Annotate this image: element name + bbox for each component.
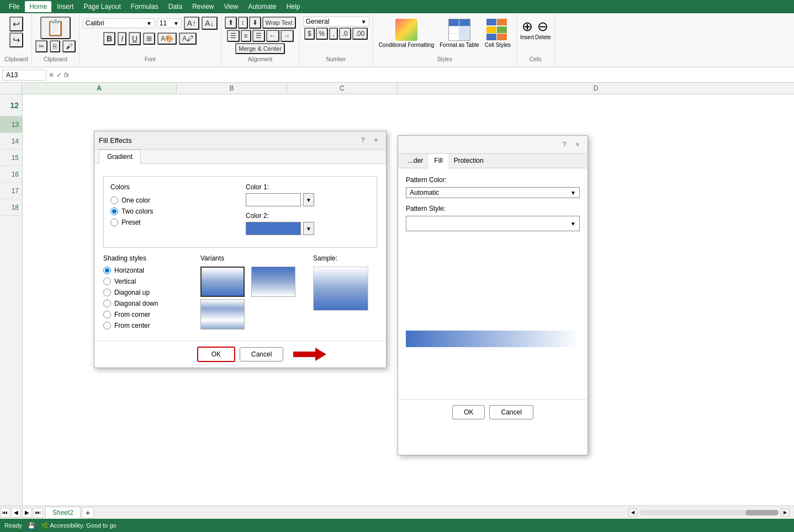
color1-box[interactable] [246, 193, 301, 206]
tab-protection[interactable]: Protection [448, 154, 489, 168]
preset-option[interactable]: Preset [110, 219, 235, 226]
menu-page-layout[interactable]: Page Layout [79, 1, 125, 12]
diagonal-down-option[interactable]: Diagonal down [103, 300, 192, 307]
increase-indent-button[interactable]: → [280, 30, 294, 42]
increase-decimal-button[interactable]: .0 [339, 28, 351, 40]
redo-button[interactable]: ↪ [9, 33, 23, 47]
format-cells-close-button[interactable]: × [572, 139, 583, 150]
accounting-button[interactable]: $ [304, 28, 315, 40]
font-color-button[interactable]: A🖍 [179, 33, 197, 45]
col-header-B[interactable]: B [177, 83, 287, 94]
last-sheet-button[interactable]: ⏭ [33, 508, 43, 518]
pattern-style-dropdown[interactable]: ▼ [406, 216, 580, 231]
fill-effects-close-button[interactable]: × [370, 135, 382, 146]
undo-button[interactable]: ↩ [9, 17, 23, 31]
row-12[interactable]: 12 [0, 94, 22, 116]
vertical-radio[interactable] [103, 278, 111, 285]
tab-gradient[interactable]: Gradient [99, 150, 141, 164]
save-icon[interactable]: 💾 [28, 522, 35, 529]
scroll-right-button[interactable]: ▶ [781, 508, 790, 517]
cancel-formula-icon[interactable]: ✕ [49, 71, 54, 79]
row-17[interactable]: 17 [0, 183, 22, 199]
align-middle-button[interactable]: ↕ [238, 17, 248, 29]
percent-button[interactable]: % [316, 28, 329, 40]
cut-button[interactable]: ✂ [35, 40, 47, 52]
diagonal-up-radio[interactable] [103, 289, 111, 296]
align-left-button[interactable]: ☰ [227, 30, 240, 42]
border-button[interactable]: ⊞ [143, 33, 155, 45]
menu-help[interactable]: Help [282, 1, 305, 12]
conditional-formatting-button[interactable]: Conditional Formatting [377, 17, 437, 55]
cell-styles-button[interactable]: Cell Styles [483, 17, 513, 55]
variant-3[interactable] [200, 299, 245, 329]
row-15[interactable]: 15 [0, 150, 22, 166]
increase-font-button[interactable]: A↑ [184, 17, 199, 30]
from-center-option[interactable]: From center [103, 322, 192, 329]
italic-button[interactable]: I [118, 32, 126, 45]
delete-cells-button[interactable]: ⊖ Delete [535, 19, 551, 40]
menu-automate[interactable]: Automate [244, 1, 280, 12]
col-header-A[interactable]: A [22, 83, 177, 94]
pattern-color-dropdown[interactable]: Automatic ▼ [406, 187, 580, 198]
name-box[interactable] [2, 70, 46, 81]
sheet2-tab[interactable]: Sheet2 [45, 507, 81, 518]
confirm-formula-icon[interactable]: ✓ [56, 71, 62, 79]
format-cells-cancel-button[interactable]: Cancel [489, 405, 533, 419]
row-13[interactable]: 13 [0, 116, 22, 133]
scroll-left-button[interactable]: ◀ [628, 508, 637, 517]
color2-dropdown[interactable]: ▼ [303, 222, 314, 235]
menu-formulas[interactable]: Formulas [126, 1, 163, 12]
format-cells-ok-button[interactable]: OK [452, 405, 485, 419]
tab-border[interactable]: ...der [403, 154, 428, 168]
prev-sheet-button[interactable]: ◀ [11, 508, 21, 518]
fill-effects-help-button[interactable]: ? [357, 135, 368, 146]
font-name-selector[interactable]: Calibri ▼ [83, 18, 155, 28]
from-corner-radio[interactable] [103, 311, 111, 318]
format-painter-button[interactable]: 🖌 [62, 40, 76, 52]
align-center-button[interactable]: ≡ [241, 30, 251, 42]
decrease-indent-button[interactable]: ← [266, 30, 279, 42]
align-right-button[interactable]: ☰ [252, 30, 265, 42]
one-color-option[interactable]: One color [110, 196, 235, 204]
row-16[interactable]: 16 [0, 166, 22, 183]
variant-1[interactable] [200, 267, 245, 297]
horizontal-option[interactable]: Horizontal [103, 267, 192, 274]
wrap-text-button[interactable]: Wrap Text [262, 17, 296, 29]
decrease-font-button[interactable]: A↓ [202, 17, 217, 30]
insert-function-icon[interactable]: fx [64, 71, 69, 79]
vertical-option[interactable]: Vertical [103, 278, 192, 285]
two-colors-radio[interactable] [110, 208, 118, 215]
horizontal-scrollbar[interactable]: ◀ ▶ [628, 508, 794, 517]
scroll-track[interactable] [639, 510, 779, 515]
format-as-table-button[interactable]: Format as Table [437, 17, 481, 55]
next-sheet-button[interactable]: ▶ [22, 508, 32, 518]
format-cells-help-button[interactable]: ? [559, 139, 570, 150]
menu-insert[interactable]: Insert [52, 1, 78, 12]
col-header-C[interactable]: C [287, 83, 398, 94]
two-colors-option[interactable]: Two colors [110, 208, 235, 215]
decrease-decimal-button[interactable]: .00 [352, 28, 368, 40]
diagonal-up-option[interactable]: Diagonal up [103, 289, 192, 296]
horizontal-radio[interactable] [103, 267, 111, 274]
align-bottom-button[interactable]: ⬇ [249, 17, 261, 29]
formula-input[interactable] [71, 70, 792, 80]
diagonal-down-radio[interactable] [103, 300, 111, 307]
paste-button[interactable]: 📋 [40, 17, 71, 39]
insert-cells-button[interactable]: ⊕ Insert [520, 19, 534, 40]
add-sheet-button[interactable]: + [82, 507, 94, 518]
color1-dropdown[interactable]: ▼ [303, 193, 314, 206]
menu-view[interactable]: View [220, 1, 243, 12]
row-18[interactable]: 18 [0, 199, 22, 216]
comma-button[interactable]: , [329, 28, 337, 40]
bold-button[interactable]: B [103, 32, 115, 45]
font-size-selector[interactable]: 11 ▼ [157, 18, 182, 28]
variant-2[interactable] [251, 267, 295, 297]
from-center-radio[interactable] [103, 322, 111, 329]
menu-home[interactable]: Home [25, 1, 51, 12]
first-sheet-button[interactable]: ⏮ [0, 508, 10, 518]
menu-data[interactable]: Data [164, 1, 187, 12]
preset-radio[interactable] [110, 219, 118, 226]
col-header-D[interactable]: D [398, 83, 794, 94]
align-top-button[interactable]: ⬆ [225, 17, 237, 29]
menu-file[interactable]: File [4, 1, 24, 12]
